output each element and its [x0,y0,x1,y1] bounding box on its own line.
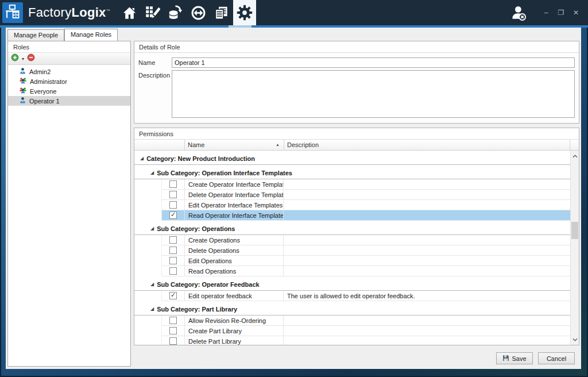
cancel-button[interactable]: Cancel [538,352,575,364]
permission-checkbox[interactable] [169,267,177,275]
expander-icon[interactable]: ◢ [140,156,144,161]
navigate-icon[interactable] [187,0,210,25]
permission-row[interactable]: Create Operations [134,235,570,245]
expander-icon[interactable]: ◢ [150,282,154,287]
minimize-button[interactable]: – [540,6,552,19]
row-indent [134,190,162,200]
footer-actions: Save Cancel [496,352,575,364]
tab-strip: Manage People Manage Roles [7,29,118,41]
description-column-header[interactable]: Description [284,140,570,150]
add-role-icon[interactable] [11,53,19,64]
workstation-icon [5,3,21,22]
checkbox-column-header[interactable] [134,140,185,150]
grid-edit-icon[interactable] [141,0,164,25]
scrollbar-thumb[interactable] [571,222,578,239]
permission-checkbox[interactable] [169,327,177,334]
group-label: Sub Category: Part Library [157,306,237,313]
permission-checkbox[interactable] [169,317,177,324]
permission-name-cell: Create Part Library [185,326,284,336]
permission-name: Read Operations [188,268,236,275]
documents-icon[interactable] [210,0,233,25]
name-column-header[interactable]: Name ▲ [185,140,284,150]
permission-checkbox[interactable] [169,191,177,198]
permission-row[interactable]: Delete Operations [134,245,570,256]
group-label: Sub Category: Operator Feedback [157,281,260,288]
subcategory-row[interactable]: ◢Sub Category: Part Library [134,303,570,316]
user-logout-icon[interactable] [508,0,529,25]
main-content: Manage People Manage Roles Roles ▾ Admin… [6,28,581,369]
subcategory-row[interactable]: ◢Sub Category: Operator Feedback [134,278,570,291]
permission-name-cell: Read Operator Interface Templates [185,210,284,221]
role-list-item[interactable]: Admin2 [8,67,130,76]
permission-name-cell: Delete Operations [185,245,284,256]
permission-description: The user is allowed to edit operator fee… [287,293,415,299]
roles-list: Admin2AdministratorEveryoneOperator 1 [8,65,130,106]
checkbox-cell [162,326,185,336]
materials-icon[interactable] [164,0,187,25]
role-name-input[interactable] [172,57,575,68]
remove-role-icon[interactable] [27,53,35,64]
permission-row[interactable]: Delete Operator Interface Templat... [134,190,570,200]
subcategory-row[interactable]: ◢Sub Category: Operations [134,222,570,235]
permission-row[interactable]: Allow Revision Re-Ordering [134,316,570,326]
permission-row[interactable]: Read Operator Interface Templates [134,210,570,221]
permission-checkbox[interactable] [169,257,177,264]
permission-checkbox[interactable] [169,337,177,345]
home-icon[interactable] [118,0,141,25]
checkbox-cell [162,179,185,190]
role-list-item[interactable]: Administrator [8,76,130,86]
permission-name-cell: Create Operator Interface Templat... [185,179,284,190]
permission-description-cell: The user is allowed to edit operator fee… [284,291,570,301]
details-title: Details of Role [134,41,579,53]
category-row[interactable]: ◢Category: New Product Introduction [134,152,570,165]
factorylogix-logo [2,2,23,23]
expander-icon[interactable]: ◢ [150,306,154,311]
row-indent [134,210,162,221]
checkbox-cell [162,210,185,221]
permission-checkbox[interactable] [169,292,177,299]
permission-description-cell [284,190,570,200]
tab-manage-roles[interactable]: Manage Roles [64,29,118,41]
save-button[interactable]: Save [496,352,533,364]
permission-row[interactable]: Edit operator feedbackThe user is allowe… [134,291,570,301]
subcategory-row[interactable]: ◢Sub Category: Operation Interface Templ… [134,167,570,179]
scroll-down-icon[interactable] [571,335,579,344]
permission-description-cell [284,210,570,221]
permission-row[interactable]: Delete Part Library [134,336,570,345]
permission-description-cell [284,256,570,266]
permission-checkbox[interactable] [169,201,177,209]
permission-name: Read Operator Interface Templates [188,212,284,219]
group-icon [19,87,27,95]
permission-description-cell [284,266,570,276]
user-icon [19,97,26,105]
expander-icon[interactable]: ◢ [150,170,154,175]
permission-row[interactable]: Create Part Library [134,326,570,336]
permission-row[interactable]: Create Operator Interface Templat... [134,179,570,190]
maximize-button[interactable]: ❐ [555,6,567,19]
role-list-item[interactable]: Operator 1 [8,96,130,106]
permissions-title: Permissions [134,128,579,140]
brand-name: FactoryLogix™ [28,5,110,20]
permissions-table-body: ◢Category: New Product Introduction◢Sub … [134,151,570,345]
permission-name-cell: Edit Operations [185,256,284,266]
role-list-item[interactable]: Everyone [8,86,130,96]
permission-row[interactable]: Edit Operations [134,256,570,266]
role-description-input[interactable] [172,70,575,118]
expander-icon[interactable]: ◢ [150,226,154,231]
permission-checkbox[interactable] [169,211,177,219]
checkbox-cell [162,316,185,326]
vertical-scrollbar[interactable] [570,151,579,345]
tab-manage-people[interactable]: Manage People [7,29,64,41]
checkbox-cell [162,245,185,256]
chevron-down-icon[interactable]: ▾ [22,56,24,61]
permission-checkbox[interactable] [169,180,177,188]
permission-row[interactable]: Edit Operator Interface Templates [134,200,570,210]
permission-description-cell [284,316,570,326]
permission-row[interactable]: Read Operations [134,266,570,276]
role-name: Admin2 [29,68,51,75]
close-button[interactable]: ✕ [570,6,582,19]
permission-checkbox[interactable] [169,247,177,254]
scroll-up-icon[interactable] [571,152,579,160]
settings-gear-icon[interactable] [233,0,256,25]
permission-checkbox[interactable] [169,236,177,244]
